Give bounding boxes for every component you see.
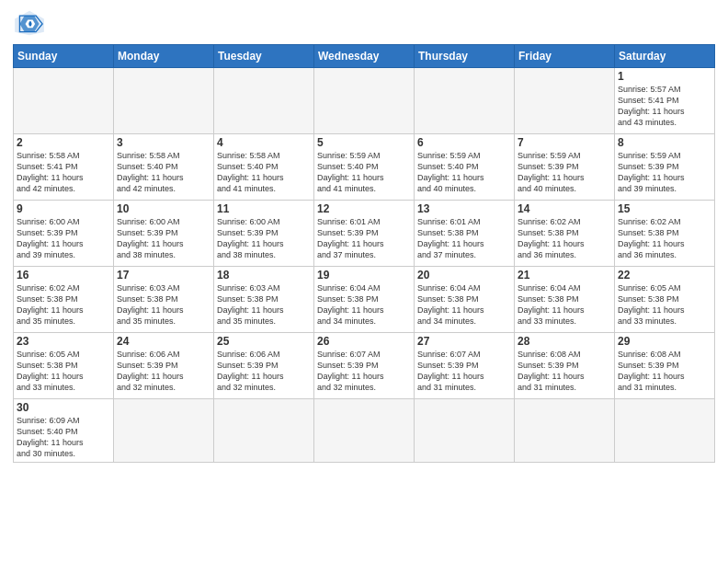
cell-info: Sunrise: 6:05 AM Sunset: 5:38 PM Dayligh… — [618, 282, 711, 327]
day-number: 6 — [417, 136, 511, 149]
day-number: 9 — [17, 202, 110, 215]
calendar-cell: 15Sunrise: 6:02 AM Sunset: 5:38 PM Dayli… — [615, 201, 715, 267]
cell-info: Sunrise: 6:06 AM Sunset: 5:39 PM Dayligh… — [217, 349, 311, 394]
day-number: 22 — [618, 269, 711, 282]
calendar-cell: 27Sunrise: 6:07 AM Sunset: 5:39 PM Dayli… — [415, 333, 515, 399]
cell-info: Sunrise: 6:07 AM Sunset: 5:39 PM Dayligh… — [317, 349, 411, 394]
calendar-cell — [14, 68, 114, 134]
day-number: 21 — [518, 269, 611, 282]
day-number: 17 — [117, 269, 210, 282]
calendar-cell: 4Sunrise: 5:58 AM Sunset: 5:40 PM Daylig… — [214, 134, 314, 201]
calendar-cell — [214, 68, 314, 134]
cell-info: Sunrise: 6:01 AM Sunset: 5:38 PM Dayligh… — [417, 216, 511, 261]
calendar-cell: 8Sunrise: 5:59 AM Sunset: 5:39 PM Daylig… — [615, 134, 715, 201]
cell-info: Sunrise: 5:59 AM Sunset: 5:40 PM Dayligh… — [317, 150, 411, 195]
calendar-cell: 22Sunrise: 6:05 AM Sunset: 5:38 PM Dayli… — [615, 267, 715, 333]
day-number: 13 — [417, 202, 511, 215]
weekday-wednesday: Wednesday — [314, 45, 415, 68]
calendar-cell: 14Sunrise: 6:02 AM Sunset: 5:38 PM Dayli… — [515, 201, 615, 267]
calendar-cell: 10Sunrise: 6:00 AM Sunset: 5:39 PM Dayli… — [114, 201, 214, 267]
week-row-3: 9Sunrise: 6:00 AM Sunset: 5:39 PM Daylig… — [14, 201, 715, 267]
day-number: 10 — [117, 202, 210, 215]
calendar-cell: 6Sunrise: 5:59 AM Sunset: 5:40 PM Daylig… — [415, 134, 515, 201]
calendar-cell: 29Sunrise: 6:08 AM Sunset: 5:39 PM Dayli… — [615, 333, 715, 399]
day-number: 28 — [518, 335, 611, 348]
calendar-cell: 25Sunrise: 6:06 AM Sunset: 5:39 PM Dayli… — [214, 333, 314, 399]
day-number: 25 — [217, 335, 311, 348]
calendar-cell — [415, 399, 515, 463]
cell-info: Sunrise: 5:58 AM Sunset: 5:40 PM Dayligh… — [217, 150, 311, 195]
calendar-cell — [515, 399, 615, 463]
day-number: 14 — [518, 202, 611, 215]
cell-info: Sunrise: 6:09 AM Sunset: 5:40 PM Dayligh… — [17, 415, 110, 460]
week-row-2: 2Sunrise: 5:58 AM Sunset: 5:41 PM Daylig… — [14, 134, 715, 201]
day-number: 12 — [317, 202, 411, 215]
page: SundayMondayTuesdayWednesdayThursdayFrid… — [0, 0, 728, 563]
cell-info: Sunrise: 6:02 AM Sunset: 5:38 PM Dayligh… — [518, 216, 611, 261]
day-number: 23 — [17, 335, 110, 348]
calendar-cell: 12Sunrise: 6:01 AM Sunset: 5:39 PM Dayli… — [314, 201, 415, 267]
day-number: 15 — [618, 202, 711, 215]
day-number: 8 — [618, 136, 711, 149]
day-number: 3 — [117, 136, 210, 149]
week-row-4: 16Sunrise: 6:02 AM Sunset: 5:38 PM Dayli… — [14, 267, 715, 333]
calendar-cell: 21Sunrise: 6:04 AM Sunset: 5:38 PM Dayli… — [515, 267, 615, 333]
day-number: 4 — [217, 136, 311, 149]
calendar-cell: 7Sunrise: 5:59 AM Sunset: 5:39 PM Daylig… — [515, 134, 615, 201]
calendar-cell: 18Sunrise: 6:03 AM Sunset: 5:38 PM Dayli… — [214, 267, 314, 333]
logo-icon — [13, 9, 46, 37]
day-number: 11 — [217, 202, 311, 215]
calendar-cell: 30Sunrise: 6:09 AM Sunset: 5:40 PM Dayli… — [14, 399, 114, 463]
calendar-cell: 2Sunrise: 5:58 AM Sunset: 5:41 PM Daylig… — [14, 134, 114, 201]
cell-info: Sunrise: 6:04 AM Sunset: 5:38 PM Dayligh… — [417, 282, 511, 327]
cell-info: Sunrise: 6:00 AM Sunset: 5:39 PM Dayligh… — [117, 216, 210, 261]
calendar-cell — [214, 399, 314, 463]
weekday-tuesday: Tuesday — [214, 45, 314, 68]
cell-info: Sunrise: 6:00 AM Sunset: 5:39 PM Dayligh… — [17, 216, 110, 261]
cell-info: Sunrise: 5:59 AM Sunset: 5:40 PM Dayligh… — [417, 150, 511, 195]
cell-info: Sunrise: 5:58 AM Sunset: 5:40 PM Dayligh… — [117, 150, 210, 195]
cell-info: Sunrise: 6:08 AM Sunset: 5:39 PM Dayligh… — [518, 349, 611, 394]
cell-info: Sunrise: 6:06 AM Sunset: 5:39 PM Dayligh… — [117, 349, 210, 394]
cell-info: Sunrise: 6:03 AM Sunset: 5:38 PM Dayligh… — [217, 282, 311, 327]
cell-info: Sunrise: 6:07 AM Sunset: 5:39 PM Dayligh… — [417, 349, 511, 394]
header — [13, 9, 715, 37]
weekday-monday: Monday — [114, 45, 214, 68]
day-number: 7 — [518, 136, 611, 149]
weekday-friday: Friday — [515, 45, 615, 68]
calendar-cell — [314, 68, 415, 134]
calendar-cell: 13Sunrise: 6:01 AM Sunset: 5:38 PM Dayli… — [415, 201, 515, 267]
week-row-1: 1Sunrise: 5:57 AM Sunset: 5:41 PM Daylig… — [14, 68, 715, 134]
calendar-cell — [114, 399, 214, 463]
day-number: 1 — [618, 70, 711, 83]
calendar: SundayMondayTuesdayWednesdayThursdayFrid… — [13, 44, 715, 463]
day-number: 19 — [317, 269, 411, 282]
day-number: 20 — [417, 269, 511, 282]
weekday-header-row: SundayMondayTuesdayWednesdayThursdayFrid… — [14, 45, 715, 68]
day-number: 27 — [417, 335, 511, 348]
day-number: 2 — [17, 136, 110, 149]
calendar-cell: 3Sunrise: 5:58 AM Sunset: 5:40 PM Daylig… — [114, 134, 214, 201]
calendar-cell: 28Sunrise: 6:08 AM Sunset: 5:39 PM Dayli… — [515, 333, 615, 399]
calendar-cell: 1Sunrise: 5:57 AM Sunset: 5:41 PM Daylig… — [615, 68, 715, 134]
cell-info: Sunrise: 6:02 AM Sunset: 5:38 PM Dayligh… — [17, 282, 110, 327]
logo — [13, 9, 50, 37]
weekday-saturday: Saturday — [615, 45, 715, 68]
week-row-5: 23Sunrise: 6:05 AM Sunset: 5:38 PM Dayli… — [14, 333, 715, 399]
calendar-cell: 9Sunrise: 6:00 AM Sunset: 5:39 PM Daylig… — [14, 201, 114, 267]
calendar-cell — [415, 68, 515, 134]
calendar-cell: 16Sunrise: 6:02 AM Sunset: 5:38 PM Dayli… — [14, 267, 114, 333]
calendar-cell — [615, 399, 715, 463]
day-number: 24 — [117, 335, 210, 348]
cell-info: Sunrise: 6:03 AM Sunset: 5:38 PM Dayligh… — [117, 282, 210, 327]
day-number: 18 — [217, 269, 311, 282]
calendar-cell: 19Sunrise: 6:04 AM Sunset: 5:38 PM Dayli… — [314, 267, 415, 333]
cell-info: Sunrise: 6:04 AM Sunset: 5:38 PM Dayligh… — [317, 282, 411, 327]
day-number: 30 — [17, 401, 110, 414]
calendar-cell: 20Sunrise: 6:04 AM Sunset: 5:38 PM Dayli… — [415, 267, 515, 333]
cell-info: Sunrise: 5:57 AM Sunset: 5:41 PM Dayligh… — [618, 84, 711, 129]
cell-info: Sunrise: 6:08 AM Sunset: 5:39 PM Dayligh… — [618, 349, 711, 394]
week-row-6: 30Sunrise: 6:09 AM Sunset: 5:40 PM Dayli… — [14, 399, 715, 463]
day-number: 5 — [317, 136, 411, 149]
day-number: 26 — [317, 335, 411, 348]
